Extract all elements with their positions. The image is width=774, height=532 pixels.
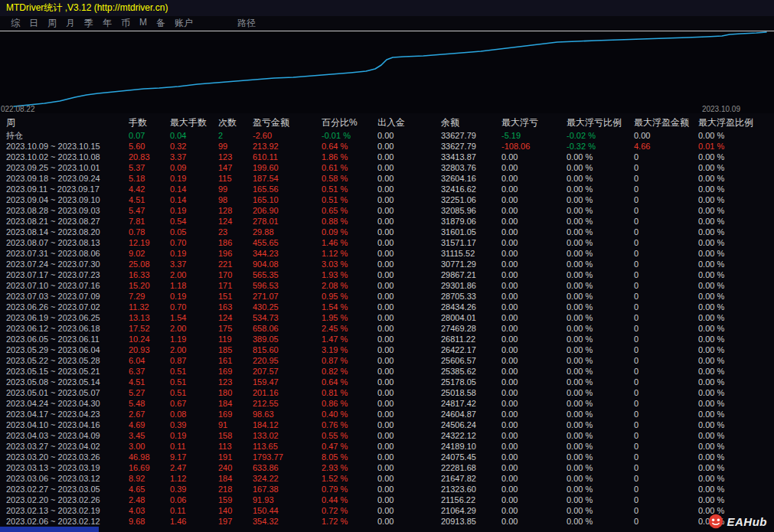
week-row-24-max-lots: 0.67 (170, 398, 218, 409)
week-row-29-balance: 24075.45 (441, 452, 501, 462)
week-row-32-max-float-loss-pct: 0.00 % (567, 484, 634, 494)
week-row-22[interactable]: 2023.05.08 ~ 2023.05.144.510.51123159.47… (6, 377, 768, 387)
week-row-20[interactable]: 2023.05.22 ~ 2023.05.286.040.87161220.95… (6, 355, 768, 366)
week-row-11-balance: 30771.29 (441, 259, 501, 269)
menu-item-account[interactable]: 账户 (170, 17, 198, 30)
week-row-24[interactable]: 2023.04.24 ~ 2023.04.305.480.67184212.55… (6, 398, 768, 409)
column-header-max-float-profit-pct[interactable]: 最大浮盈比例 (698, 116, 768, 130)
menu-item-quarterly[interactable]: 季 (80, 17, 98, 30)
column-header-pnl[interactable]: 盈亏金额 (253, 116, 322, 130)
week-row-14[interactable]: 2023.07.03 ~ 2023.07.097.290.19151271.07… (6, 291, 768, 302)
week-row-30-max-float-profit: 0 (634, 462, 698, 473)
week-row-32[interactable]: 2023.02.27 ~ 2023.03.054.650.39218167.38… (6, 484, 768, 494)
menu-item-currency[interactable]: 币 (116, 17, 135, 30)
table-header-row: 周手数最大手数次数盈亏金额百分比%出入金余额最大浮亏最大浮亏比例最大浮盈金额最大… (6, 116, 768, 130)
column-header-max-float-loss-pct[interactable]: 最大浮亏比例 (567, 116, 634, 130)
week-row-20-max-lots: 0.87 (170, 355, 218, 366)
menu-item-weekly[interactable]: 周 (43, 17, 61, 30)
title-bar[interactable]: MTDriver统计 ,V3.12 (http://mtdriver.cn) (0, 0, 774, 16)
column-header-pct[interactable]: 百分比% (322, 116, 377, 130)
week-row-2-max-lots: 0.09 (170, 162, 218, 173)
week-row-4-max-float-loss-pct: 0.00 % (567, 184, 634, 194)
week-row-19[interactable]: 2023.05.29 ~ 2023.06.0420.932.00185815.6… (6, 344, 768, 355)
menu-item-summary[interactable]: 综 (6, 17, 24, 30)
menu-item-monthly[interactable]: 月 (61, 17, 80, 30)
week-row-27-max-float-profit-pct: 0.00 % (698, 430, 768, 441)
week-row-2[interactable]: 2023.09.25 ~ 2023.10.015.370.09147199.60… (6, 162, 768, 173)
week-row-1-max-lots: 3.37 (170, 152, 218, 162)
menu-item-yearly[interactable]: 年 (98, 17, 116, 30)
column-header-max-lots[interactable]: 最大手数 (170, 116, 218, 130)
week-row-23-balance: 25018.58 (441, 387, 501, 398)
week-row-17-max-float-profit-pct: 0.00 % (698, 323, 768, 334)
week-row-32-max-float-loss: 0.00 (501, 484, 567, 494)
column-header-lots[interactable]: 手数 (129, 116, 170, 130)
week-row-23-period: 2023.05.01 ~ 2023.05.07 (6, 387, 129, 398)
week-row-7[interactable]: 2023.08.21 ~ 2023.08.277.810.54124278.01… (6, 216, 768, 227)
week-row-30[interactable]: 2023.03.13 ~ 2023.03.1916.692.47240633.8… (6, 462, 768, 473)
week-row-6[interactable]: 2023.08.28 ~ 2023.09.035.470.19128206.90… (6, 205, 768, 216)
partial-selected-row[interactable] (0, 527, 99, 532)
menu-item-path[interactable]: 路径 (233, 17, 260, 30)
week-row-33[interactable]: 2023.02.20 ~ 2023.02.262.480.0615991.930… (6, 494, 768, 505)
week-row-21[interactable]: 2023.05.15 ~ 2023.05.216.370.51169207.57… (6, 366, 768, 377)
week-row-16[interactable]: 2023.06.19 ~ 2023.06.2513.131.54124534.7… (6, 312, 768, 323)
week-row-27[interactable]: 2023.04.03 ~ 2023.04.093.450.19158133.02… (6, 430, 768, 441)
week-row-20-pct: 0.87 % (322, 355, 377, 366)
week-row-4-period: 2023.09.11 ~ 2023.09.17 (6, 184, 129, 194)
week-row-34-period: 2023.02.13 ~ 2023.02.19 (6, 505, 129, 516)
week-row-3-max-float-profit: 0 (634, 173, 698, 184)
week-row-13[interactable]: 2023.07.10 ~ 2023.07.1615.201.18171596.5… (6, 280, 768, 291)
week-row-9[interactable]: 2023.08.07 ~ 2023.08.1312.190.70186455.6… (6, 237, 768, 248)
week-row-2-max-float-loss: 0.00 (501, 162, 567, 173)
position-row-max-float-profit: 0.00 (634, 130, 698, 141)
week-row-15-max-float-profit-pct: 0.00 % (698, 302, 768, 312)
week-row-5[interactable]: 2023.09.04 ~ 2023.09.104.510.1498165.100… (6, 194, 768, 205)
week-row-25[interactable]: 2023.04.17 ~ 2023.04.232.670.0816998.630… (6, 409, 768, 419)
week-row-25-max-float-loss-pct: 0.00 % (567, 409, 634, 419)
week-row-33-cash-flow: 0.00 (377, 494, 441, 505)
week-row-15[interactable]: 2023.06.26 ~ 2023.07.0211.320.70163430.2… (6, 302, 768, 312)
week-row-12[interactable]: 2023.07.17 ~ 2023.07.2316.332.00170565.3… (6, 269, 768, 280)
week-row-8[interactable]: 2023.08.14 ~ 2023.08.200.780.052329.880.… (6, 227, 768, 237)
week-row-13-count: 171 (218, 280, 253, 291)
week-row-1[interactable]: 2023.10.02 ~ 2023.10.0820.833.37123610.1… (6, 152, 768, 162)
column-header-period[interactable]: 周 (6, 116, 129, 130)
week-row-35[interactable]: 2023.02.06 ~ 2023.02.129.681.46197354.32… (6, 516, 768, 527)
column-header-cash-flow[interactable]: 出入金 (377, 116, 441, 130)
column-header-balance[interactable]: 余额 (441, 116, 501, 130)
week-row-4[interactable]: 2023.09.11 ~ 2023.09.174.420.1499165.560… (6, 184, 768, 194)
week-row-24-lots: 5.48 (129, 398, 170, 409)
week-row-0[interactable]: 2023.10.09 ~ 2023.10.155.600.3299213.920… (6, 141, 768, 152)
week-row-15-max-float-profit: 0 (634, 302, 698, 312)
week-row-26[interactable]: 2023.04.10 ~ 2023.04.164.690.3991184.120… (6, 419, 768, 430)
week-row-35-period: 2023.02.06 ~ 2023.02.12 (6, 516, 129, 527)
week-row-23[interactable]: 2023.05.01 ~ 2023.05.075.270.51180201.16… (6, 387, 768, 398)
week-row-11[interactable]: 2023.07.24 ~ 2023.07.3025.083.37221904.0… (6, 259, 768, 269)
column-header-count[interactable]: 次数 (218, 116, 253, 130)
week-row-20-max-float-profit: 0 (634, 355, 698, 366)
week-row-0-max-float-profit: 4.66 (634, 141, 698, 152)
week-row-34[interactable]: 2023.02.13 ~ 2023.02.194.030.11140150.44… (6, 505, 768, 516)
position-row[interactable]: 持仓0.070.042-2.60-0.01 %0.0033627.79-5.19… (6, 130, 768, 141)
week-row-10[interactable]: 2023.07.31 ~ 2023.08.069.020.19196344.23… (6, 248, 768, 259)
week-row-23-count: 180 (218, 387, 253, 398)
menu-item-m[interactable]: M (135, 17, 152, 30)
week-row-28[interactable]: 2023.03.27 ~ 2023.04.023.000.11113113.65… (6, 441, 768, 452)
column-header-max-float-loss[interactable]: 最大浮亏 (501, 116, 567, 130)
week-row-29[interactable]: 2023.03.20 ~ 2023.03.2646.989.171911793.… (6, 452, 768, 462)
week-row-3[interactable]: 2023.09.18 ~ 2023.09.245.180.19115187.54… (6, 173, 768, 184)
column-header-max-float-profit[interactable]: 最大浮盈金额 (634, 116, 698, 130)
week-row-13-max-float-profit: 0 (634, 280, 698, 291)
week-row-18[interactable]: 2023.06.05 ~ 2023.06.1110.241.19119389.0… (6, 334, 768, 344)
week-row-14-max-float-loss-pct: 0.00 % (567, 291, 634, 302)
week-row-32-max-float-profit: 0 (634, 484, 698, 494)
week-row-20-balance: 25606.57 (441, 355, 501, 366)
week-row-16-cash-flow: 0.00 (377, 312, 441, 323)
menu-item-daily[interactable]: 日 (24, 17, 43, 30)
menu-item-backup[interactable]: 备 (152, 17, 170, 30)
week-row-17[interactable]: 2023.06.12 ~ 2023.06.1817.522.00175658.0… (6, 323, 768, 334)
week-row-31-max-float-profit-pct: 0.00 % (698, 473, 768, 484)
week-row-31[interactable]: 2023.03.06 ~ 2023.03.128.921.12184324.22… (6, 473, 768, 484)
week-row-9-balance: 31571.17 (441, 237, 501, 248)
